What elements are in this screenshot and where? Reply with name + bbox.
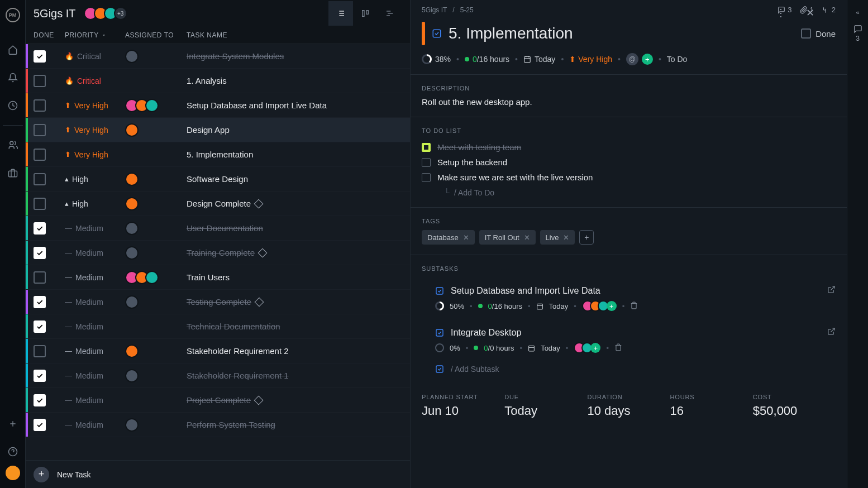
done-checkbox[interactable] [34,296,46,308]
assignee-avatar[interactable] [125,418,139,432]
todo-checkbox[interactable] [422,158,431,167]
done-checkbox[interactable] [34,370,46,382]
more-members-badge[interactable]: +3 [114,7,127,20]
done-checkbox[interactable] [34,173,46,185]
task-row[interactable]: —Medium User Documentation [26,216,410,241]
date-meta[interactable]: Today [523,55,555,64]
tag-remove-icon[interactable]: ✕ [563,233,569,242]
priority-cell[interactable]: —Medium [65,298,125,307]
user-avatar[interactable] [6,466,20,480]
todo-item[interactable]: Make sure we are set with the live versi… [422,170,836,185]
bell-icon[interactable] [7,71,19,84]
done-checkbox[interactable] [34,345,46,357]
add-todo-input[interactable]: └/ Add To Do [422,185,836,197]
priority-cell[interactable]: —Medium [65,224,125,233]
help-icon[interactable] [7,446,19,458]
todo-checkbox[interactable] [422,173,431,182]
home-icon[interactable] [7,44,19,56]
tag-chip[interactable]: Database✕ [422,230,475,245]
assigned-cell[interactable] [125,50,187,63]
add-tag-button[interactable]: + [579,230,594,245]
breadcrumb-project[interactable]: 5Gigs IT [422,6,447,14]
done-checkbox[interactable] [34,75,46,87]
assignee-avatar[interactable] [125,369,139,382]
priority-cell[interactable]: ▴High [65,175,125,184]
due-date[interactable]: DUE Today [504,394,587,418]
priority-cell[interactable]: ▴High [65,199,125,208]
add-assignee-button[interactable]: + [642,54,653,65]
priority-cell[interactable]: ⬆Very High [65,101,125,110]
done-checkbox[interactable] [34,419,46,431]
plus-icon[interactable] [7,418,19,430]
task-row[interactable]: —Medium Train Users [26,265,410,290]
hours[interactable]: HOURS 16 [670,394,753,418]
done-checkbox[interactable] [34,320,46,333]
new-task-row[interactable]: + New Task [26,460,410,488]
list-view-tab[interactable] [328,1,353,26]
priority-cell[interactable]: 🔥Critical [65,76,125,85]
task-name[interactable]: Project Complete [187,395,410,405]
task-row[interactable]: 🔥Critical 1. Analysis [26,69,410,93]
done-checkbox[interactable] [34,99,46,112]
breadcrumb-id[interactable]: 5-25 [460,6,474,14]
assignee-avatar[interactable] [145,99,159,112]
briefcase-icon[interactable] [7,167,19,179]
task-row[interactable]: —Medium Stakeholder Requirement 2 [26,339,410,363]
progress-meta[interactable]: 38% [422,54,451,64]
task-row[interactable]: —Medium Perform System Testing [26,413,410,437]
planned-start[interactable]: PLANNED START Jun 10 [422,394,504,418]
clock-icon[interactable] [7,99,19,112]
delete-subtask-icon[interactable] [614,343,622,353]
done-checkbox[interactable] [34,394,46,406]
task-row[interactable]: 🔥Critical Integrate System Modules [26,44,410,69]
more-menu-icon[interactable]: ⋮ [776,7,787,19]
add-subtask-assignee[interactable]: + [590,343,600,353]
cost[interactable]: COST $50,000 [753,394,836,418]
duration[interactable]: DURATION 10 days [587,394,670,418]
task-name[interactable]: Perform System Testing [187,420,410,429]
col-priority-header[interactable]: PRIORITY [65,31,125,39]
task-row[interactable]: —Medium Stakeholder Requirement 1 [26,363,410,388]
priority-cell[interactable]: —Medium [65,322,125,331]
tag-remove-icon[interactable]: ✕ [463,233,469,242]
tag-chip[interactable]: Live✕ [540,230,575,245]
assigned-cell[interactable] [125,246,187,260]
task-row[interactable]: —Medium Project Complete [26,388,410,413]
priority-cell[interactable]: —Medium [65,371,125,380]
task-title[interactable]: 5. Implementation [449,25,573,42]
task-name[interactable]: User Documentation [187,223,410,233]
assigned-cell[interactable] [125,418,187,432]
todo-checkbox[interactable] [422,143,431,152]
assignee-placeholder-icon[interactable]: @ [626,53,638,65]
task-row[interactable]: ⬆Very High Setup Database and Import Liv… [26,93,410,118]
todo-item[interactable]: Meet with testing team [422,140,836,155]
col-task-header[interactable]: TASK NAME [187,31,410,39]
priority-cell[interactable]: —Medium [65,396,125,405]
task-name[interactable]: Train Users [187,272,410,282]
strip-comments[interactable]: 3 [853,25,862,42]
assignee-avatar[interactable] [125,123,139,137]
col-done-header[interactable]: DONE [34,31,65,39]
priority-cell[interactable]: ⬆Very High [65,126,125,135]
close-icon[interactable]: ✕ [806,7,814,19]
task-name[interactable]: Stakeholder Requirement 2 [187,346,410,356]
assigned-cell[interactable] [125,369,187,382]
task-row[interactable]: ⬆Very High Design App [26,118,410,142]
task-name[interactable]: Technical Documentation [187,322,410,331]
priority-cell[interactable]: 🔥Critical [65,52,125,61]
task-row[interactable]: ⬆Very High 5. Implementation [26,142,410,167]
assigned-cell[interactable] [125,123,187,137]
assigned-cell[interactable] [125,197,187,210]
assignee-avatar[interactable] [145,271,159,284]
tag-chip[interactable]: IT Roll Out✕ [479,230,536,245]
open-subtask-icon[interactable] [827,327,836,338]
open-subtask-icon[interactable] [827,285,836,296]
delete-subtask-icon[interactable] [630,302,638,311]
done-checkbox[interactable] [34,222,46,235]
task-row[interactable]: —Medium Testing Complete [26,290,410,314]
task-row[interactable]: ▴High Software Design [26,167,410,192]
assigned-cell[interactable] [125,99,187,112]
project-members[interactable]: +3 [84,7,127,20]
tag-remove-icon[interactable]: ✕ [524,233,530,242]
assigned-cell[interactable] [125,222,187,235]
